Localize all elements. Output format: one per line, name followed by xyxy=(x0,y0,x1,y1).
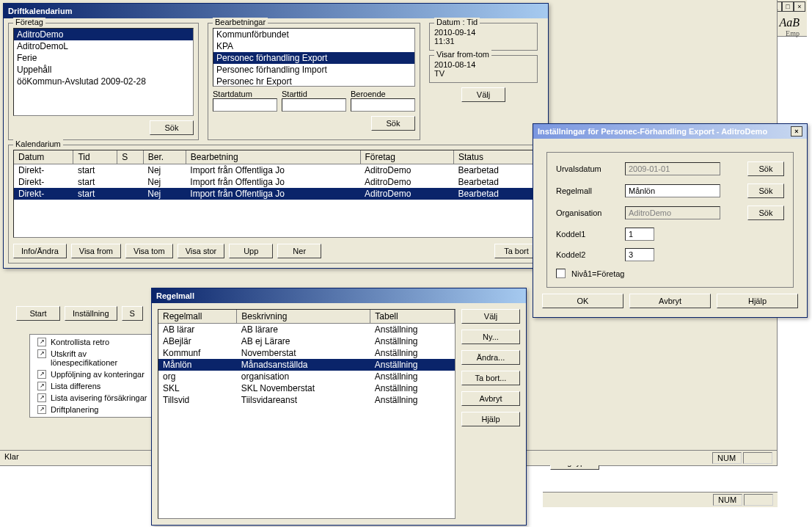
table-header[interactable]: Tid xyxy=(73,150,117,164)
koddel2-input[interactable] xyxy=(625,248,654,261)
foretag-listbox[interactable]: AditroDemoAditroDemoLFerieUppehållööKomm… xyxy=(13,28,194,116)
foretag-label: Företag xyxy=(13,18,45,26)
list-item[interactable]: ööKommun-Avslutad 2009-02-28 xyxy=(14,76,193,87)
koddel2-label: Koddel2 xyxy=(556,250,622,259)
installningar-title: Inställningar för Personec-Förhandling E… xyxy=(538,127,767,136)
list-item[interactable]: Personec hr Export xyxy=(213,76,414,87)
table-row[interactable]: TillsvidTiilsvidareanstAnställning xyxy=(158,394,455,406)
tree-item[interactable]: Lista differens xyxy=(30,380,153,392)
s-button[interactable]: S xyxy=(122,306,143,321)
style-label-aab: AaB xyxy=(779,16,800,29)
table-header[interactable]: Tabell xyxy=(370,310,455,324)
table-row[interactable]: SKLSKL NovemberstatAnställning xyxy=(158,382,455,394)
table-header[interactable]: Datum xyxy=(14,150,73,164)
beroende-input[interactable] xyxy=(351,98,415,112)
status-klar: Klar xyxy=(4,452,19,464)
table-row[interactable]: Direkt-startNejImport från Offentliga Jo… xyxy=(14,188,538,200)
starttid-label: Starttid xyxy=(282,90,346,98)
visar-datum: 2010-08-14 xyxy=(434,60,533,69)
info-andra-button[interactable]: Info/Ändra xyxy=(13,244,67,258)
maximize-button[interactable]: □ xyxy=(782,1,794,12)
visa-from-button[interactable]: Visa from xyxy=(71,244,121,258)
table-header[interactable]: Beskrivning xyxy=(237,310,370,324)
regel-tabort-button[interactable]: Ta bort... xyxy=(461,371,520,385)
table-header[interactable]: Regelmall xyxy=(158,310,237,324)
upp-button[interactable]: Upp xyxy=(229,244,273,258)
tid-value: 11:31 xyxy=(434,37,533,46)
datum-value: 2010-09-14 xyxy=(434,28,533,37)
list-item[interactable]: AditroDemoL xyxy=(14,40,193,52)
organisation-label: Organisation xyxy=(556,208,622,217)
hjalp-button[interactable]: Hjälp xyxy=(717,294,798,308)
status-empty xyxy=(743,452,772,464)
regelmall-table[interactable]: RegelmallBeskrivningTabell AB lärarAB lä… xyxy=(158,310,455,406)
regelmall-label: Regelmall xyxy=(556,186,622,195)
tree-item[interactable]: Lista avisering försäkringar xyxy=(30,392,153,404)
foretag-sok-button[interactable]: Sök xyxy=(150,120,194,135)
organisation-input xyxy=(625,206,720,219)
bearb-listbox[interactable]: KommunförbundetKPAPersonec förhandling E… xyxy=(213,28,415,87)
regel-valj-button[interactable]: Välj xyxy=(461,309,520,324)
tree-item[interactable]: Driftplanering xyxy=(30,404,153,415)
list-item[interactable]: Uppehåll xyxy=(14,64,193,76)
startdatum-label: Startdatum xyxy=(213,90,277,98)
tree-item[interactable]: Kontrollista retro xyxy=(30,336,153,348)
koddel1-input[interactable] xyxy=(625,228,654,241)
list-item[interactable]: Personec förhandling Export xyxy=(213,52,414,64)
ner-button[interactable]: Ner xyxy=(277,244,321,258)
urvalsdatum-label: Urvalsdatum xyxy=(556,164,622,173)
list-item[interactable]: Kommunförbundet xyxy=(213,29,414,40)
visar-label: Visar from-tom xyxy=(434,50,491,59)
urvalsdatum-input xyxy=(625,162,720,175)
starttid-input[interactable] xyxy=(282,98,346,112)
table-row[interactable]: Direkt-startNejImport från Offentliga Jo… xyxy=(14,176,538,188)
kalendarium-table[interactable]: DatumTidSBer.BearbetningFöretagStatus Di… xyxy=(14,150,538,200)
tree-item[interactable]: Uppföljning av konteringar xyxy=(30,368,153,380)
table-header[interactable]: Bearbetning xyxy=(186,150,360,164)
installning-button[interactable]: Inställning xyxy=(65,306,117,321)
visar-tv: TV xyxy=(434,69,533,78)
visa-tom-button[interactable]: Visa tom xyxy=(125,244,173,258)
list-item[interactable]: AditroDemo xyxy=(14,29,193,40)
organisation-sok-button[interactable]: Sök xyxy=(747,206,784,220)
urvalsdatum-sok-button[interactable]: Sök xyxy=(747,161,784,176)
status-empty-outer xyxy=(744,494,773,506)
regelmall-sok-button[interactable]: Sök xyxy=(747,183,784,198)
table-row[interactable]: AB lärarAB lärareAnställning xyxy=(158,324,455,336)
beroende-label: Beroende xyxy=(351,90,415,98)
table-row[interactable]: Direkt-startNejImport från Offentliga Jo… xyxy=(14,164,538,177)
regelmall-input[interactable] xyxy=(625,184,720,197)
koddel1-label: Koddel1 xyxy=(556,230,622,239)
table-row[interactable]: MånlönMånadsanställdaAnställning xyxy=(158,359,455,371)
tabort-button[interactable]: Ta bort xyxy=(494,244,538,258)
table-row[interactable]: ABejlärAB ej LärareAnställning xyxy=(158,335,455,347)
table-row[interactable]: KommunfNovemberstatAnställning xyxy=(158,347,455,359)
avbryt-button[interactable]: Avbryt xyxy=(629,294,711,308)
niva-label: Nivå1=Företag xyxy=(571,269,624,278)
table-header[interactable]: S xyxy=(117,150,144,164)
regel-hjalp-button[interactable]: Hjälp xyxy=(461,412,520,426)
table-header[interactable]: Status xyxy=(453,150,537,164)
table-row[interactable]: orgorganisationAnställning xyxy=(158,371,455,382)
startdatum-input[interactable] xyxy=(213,98,277,112)
start-button[interactable]: Start xyxy=(16,306,60,321)
close-icon[interactable]: × xyxy=(791,126,802,137)
regel-andra-button[interactable]: Ändra... xyxy=(461,350,520,365)
list-item[interactable]: Personec förhandling Import xyxy=(213,64,414,76)
list-item[interactable]: KPA xyxy=(213,40,414,52)
niva-checkbox[interactable] xyxy=(556,269,566,278)
regel-avbryt-button[interactable]: Avbryt xyxy=(461,391,520,406)
list-item[interactable]: Ferie xyxy=(14,52,193,64)
table-header[interactable]: Ber. xyxy=(143,150,186,164)
status-num: NUM xyxy=(712,452,742,464)
close-button[interactable]: × xyxy=(794,1,805,12)
bearb-sok-button[interactable]: Sök xyxy=(371,116,415,131)
ok-button[interactable]: OK xyxy=(542,294,623,308)
table-header[interactable]: Företag xyxy=(360,150,453,164)
bearb-label: Bearbetningar xyxy=(213,18,268,26)
valj-button[interactable]: Välj xyxy=(461,87,505,102)
visa-stor-button[interactable]: Visa stor xyxy=(178,244,225,258)
kalendarium-label: Kalendarium xyxy=(13,139,63,148)
regel-ny-button[interactable]: Ny... xyxy=(461,330,520,344)
tree-item[interactable]: Utskrift av lönespecifikationer xyxy=(30,348,153,368)
